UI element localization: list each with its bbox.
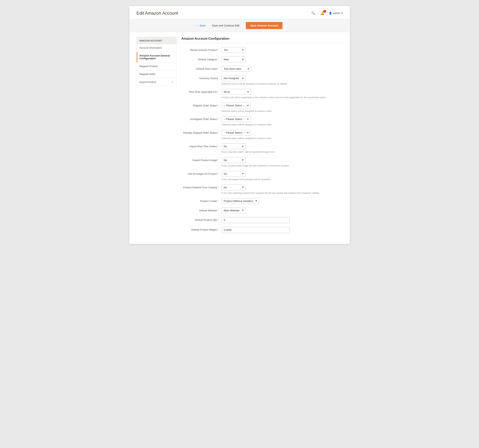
field-content: -- Please Select --ProcessingPending Sel… [222, 130, 343, 140]
admin-menu-button[interactable]: 👤 admin ▾ [329, 12, 342, 15]
field-content: NoYes If yes, then deleting product from… [222, 185, 343, 195]
edit-icon: ✏ [171, 81, 174, 84]
revise-amazon-product-select[interactable]: YesNo [222, 47, 246, 53]
field-label: Shipped Order Status* [181, 103, 222, 108]
required-indicator: * [217, 159, 218, 162]
field-content: Product Without VariationProduct With Va… [222, 198, 343, 204]
field-label: Default Store View* [181, 66, 222, 71]
price-rule-select[interactable]: NoneAll ProductsSelected Products [222, 89, 251, 95]
sidebar-item-label: Amazon Account General Configuration [140, 54, 174, 60]
required-indicator: * [217, 49, 218, 52]
admin-label: admin [333, 12, 340, 15]
field-content: YesNo [222, 47, 343, 53]
default-website-select[interactable]: Main Website [222, 208, 246, 213]
product-create-select[interactable]: Product Without VariationProduct With Va… [222, 198, 259, 204]
field-content: NoYes If yes, real time orders will be i… [222, 143, 343, 154]
required-indicator: * [217, 118, 218, 121]
field-revise-amazon-product: Revise Amazon Product* YesNo [181, 47, 343, 53]
field-content: NoYes If yes, product base image will al… [222, 157, 343, 167]
sidebar: AMAZON ACCOUNT Account Information Amazo… [137, 37, 177, 237]
inventory-source-select[interactable]: Not Assigned [222, 75, 246, 81]
field-partially-shipped-order-status: Partially Shipped Order Status* -- Pleas… [181, 130, 343, 140]
field-content [222, 227, 343, 233]
save-continue-button[interactable]: Save and Continue Edit [209, 22, 243, 29]
search-button[interactable]: 🔍 [310, 10, 316, 16]
field-content: NoneAll ProductsSelected Products Produc… [222, 89, 343, 99]
field-product-deleted: Product Deleted From Catalog* NoYes If y… [181, 185, 343, 195]
default-category-select[interactable]: NewUsedCollectible [222, 57, 246, 62]
field-price-rule: Price Rule Applicable For* NoneAll Produ… [181, 89, 343, 99]
field-label: Default Product Qty* [181, 217, 222, 222]
product-deleted-select[interactable]: NoYes [222, 185, 246, 190]
required-indicator: * [217, 131, 218, 134]
field-import-real-time-orders: Import Real Time Orders* NoYes If yes, r… [181, 143, 343, 154]
field-hint: Selected status will be assigned to amaz… [222, 123, 343, 126]
field-label: Partially Shipped Order Status* [181, 130, 222, 135]
toolbar: ← Back Save and Continue Edit Save Amazo… [129, 19, 350, 32]
export-product-image-select[interactable]: NoYes [222, 157, 246, 163]
sidebar-item-label: Export Product [140, 81, 156, 84]
required-indicator: * [217, 228, 218, 231]
required-indicator: * [217, 186, 218, 189]
save-button[interactable]: Save Amazon Account [246, 22, 282, 29]
notification-button[interactable]: 🔔 1 [319, 10, 325, 16]
sidebar-item-mapped-product[interactable]: Mapped Product [137, 63, 176, 70]
required-indicator: * [217, 145, 218, 148]
search-icon: 🔍 [311, 11, 315, 15]
default-product-weight-input[interactable] [222, 227, 290, 233]
sidebar-item-general-config[interactable]: Amazon Account General Configuration [137, 52, 176, 63]
field-export-product-image: Export Product Image* NoYes If yes, prod… [181, 157, 343, 167]
field-label: Price Rule Applicable For* [181, 89, 222, 94]
unshipped-order-status-select[interactable]: -- Please Select --ProcessingPending [222, 116, 251, 122]
field-label: Default Category* [181, 57, 222, 62]
field-label: Export Product Image* [181, 157, 222, 162]
field-hint: If yes, all images of the product will b… [222, 178, 343, 181]
field-hint: If yes, real time orders will be importe… [222, 150, 343, 154]
partially-shipped-order-status-select[interactable]: -- Please Select --ProcessingPending [222, 130, 251, 136]
sidebar-nav: Account Information Amazon Account Gener… [137, 44, 177, 86]
field-label: Import Real Time Orders* [181, 143, 222, 149]
main-content: AMAZON ACCOUNT Account Information Amazo… [129, 32, 350, 244]
page-title: Edit Amazon Account [137, 11, 178, 16]
sidebar-item-mapped-order[interactable]: Mapped Order [137, 70, 176, 78]
field-hint: Product rule will be applicable to the s… [222, 96, 343, 99]
default-store-view-select[interactable]: Test store-viewDefault Store View [222, 66, 251, 72]
field-label: Default Website* [181, 208, 222, 213]
section-title: Amazon Account Configuration [181, 37, 343, 43]
field-content: NoYes If yes, all images of the product … [222, 171, 343, 181]
field-label: Product Deleted From Catalog* [181, 185, 222, 189]
field-hint: Selected status will be assigned to amaz… [222, 109, 343, 113]
required-indicator: * [217, 209, 218, 212]
sidebar-item-export-product[interactable]: Export Product ✏ [137, 78, 176, 86]
field-inventory-source: Inventory Source Not Assigned Selected S… [181, 75, 343, 85]
page-header: Edit Amazon Account 🔍 🔔 1 👤 admin ▾ [129, 6, 350, 19]
sidebar-item-label: Mapped Product [140, 65, 158, 68]
field-label: Get All Images Of Product* [181, 171, 222, 176]
required-indicator: * [217, 173, 218, 175]
field-default-product-weight: Default Product Weight* [181, 227, 343, 233]
field-label: Inventory Source [181, 75, 222, 80]
field-shipped-order-status: Shipped Order Status* -- Please Select -… [181, 103, 343, 113]
sidebar-section-title: AMAZON ACCOUNT [137, 37, 177, 44]
required-indicator: * [217, 58, 218, 61]
default-product-qty-input[interactable] [222, 217, 290, 223]
sidebar-item-label: Mapped Order [140, 73, 156, 76]
field-content: Main Website [222, 208, 343, 213]
field-hint: Selected status will be assigned to amaz… [222, 137, 343, 140]
get-all-images-select[interactable]: NoYes [222, 171, 246, 177]
import-real-time-orders-select[interactable]: NoYes [222, 143, 246, 149]
field-unshipped-order-status: Unshipped Order Status* -- Please Select… [181, 116, 343, 126]
sidebar-item-account-information[interactable]: Account Information [137, 44, 176, 52]
field-content: -- Please Select --ProcessingComplete Se… [222, 103, 343, 113]
back-button[interactable]: ← Back [197, 24, 206, 27]
field-label: Revise Amazon Product* [181, 47, 222, 52]
field-get-all-images: Get All Images Of Product* NoYes If yes,… [181, 171, 343, 181]
field-default-website: Default Website* Main Website [181, 208, 343, 213]
form-area: Amazon Account Configuration Revise Amaz… [181, 37, 343, 237]
shipped-order-status-select[interactable]: -- Please Select --ProcessingComplete [222, 103, 251, 108]
required-indicator: * [217, 200, 218, 202]
sidebar-item-label: Account Information [140, 46, 162, 49]
field-hint: If yes, product base image will also exp… [222, 164, 343, 167]
field-hint: If yes, then deleting product from mappe… [222, 191, 343, 195]
field-default-category: Default Category* NewUsedCollectible [181, 57, 343, 62]
